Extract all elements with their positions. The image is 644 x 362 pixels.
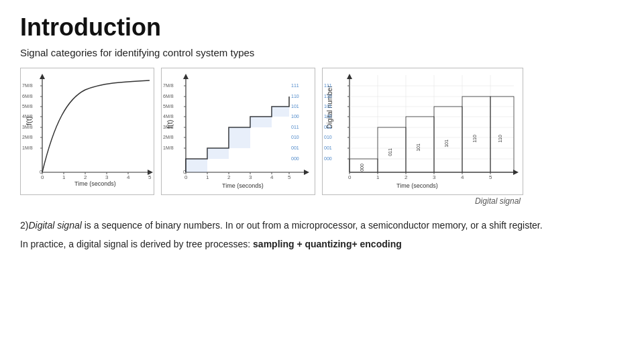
chart3: Digital number Time (seconds) 111 110 10… [322, 68, 523, 195]
svg-rect-74 [186, 159, 207, 172]
svg-text:5M/8: 5M/8 [22, 104, 33, 109]
svg-text:Time (seconds): Time (seconds) [222, 182, 264, 189]
svg-text:3M/8: 3M/8 [163, 125, 174, 129]
svg-text:5M/8: 5M/8 [163, 104, 174, 109]
para1-number: 2) [20, 220, 28, 231]
charts-row: f(t) Time (seconds) 7M/8 6M/8 5M/8 4M/8 … [20, 68, 624, 206]
svg-text:0: 0 [184, 174, 188, 180]
svg-text:Time (seconds): Time (seconds) [396, 182, 438, 189]
svg-text:000: 000 [360, 164, 364, 172]
svg-text:6M/8: 6M/8 [22, 94, 33, 99]
svg-text:011: 011 [291, 125, 299, 129]
svg-text:101: 101 [416, 143, 421, 152]
svg-rect-78 [272, 107, 289, 117]
svg-text:3: 3 [433, 174, 436, 180]
svg-text:2: 2 [405, 174, 408, 180]
svg-text:7M/8: 7M/8 [22, 83, 33, 88]
svg-text:1: 1 [376, 174, 380, 180]
svg-text:4: 4 [461, 174, 464, 180]
chart2-container: f(t) Time (seconds) 7M/8 6M/8 5M/8 4M/8 … [161, 68, 315, 195]
svg-text:2: 2 [84, 174, 87, 180]
svg-rect-133 [434, 107, 462, 172]
digital-signal-label: Digital signal [322, 196, 521, 206]
svg-rect-77 [250, 117, 272, 127]
svg-text:101: 101 [291, 104, 299, 109]
svg-text:110: 110 [324, 94, 332, 99]
svg-marker-35 [183, 74, 189, 79]
svg-rect-75 [207, 148, 229, 159]
svg-text:4M/8: 4M/8 [163, 114, 174, 119]
svg-text:110: 110 [291, 94, 299, 99]
svg-text:5: 5 [148, 174, 152, 180]
chart1-container: f(t) Time (seconds) 7M/8 6M/8 5M/8 4M/8 … [20, 68, 154, 195]
para1-rest: is a sequence of binary numbers. In or o… [82, 220, 543, 231]
para2-bold: sampling + quantizing+ encoding [253, 239, 402, 249]
svg-text:Time (seconds): Time (seconds) [74, 180, 116, 187]
svg-text:110: 110 [472, 135, 477, 143]
svg-text:0: 0 [348, 174, 352, 180]
page-title: Introduction [20, 13, 624, 42]
chart1: f(t) Time (seconds) 7M/8 6M/8 5M/8 4M/8 … [20, 68, 154, 195]
svg-text:7M/8: 7M/8 [163, 83, 174, 88]
chart2: f(t) Time (seconds) 7M/8 6M/8 5M/8 4M/8 … [161, 68, 315, 195]
svg-text:3M/8: 3M/8 [22, 125, 33, 129]
svg-text:000: 000 [324, 156, 332, 161]
para2-prefix: In practice, a digital signal is derived… [20, 239, 253, 249]
chart3-container: Digital number Time (seconds) 111 110 10… [322, 68, 523, 206]
svg-text:010: 010 [324, 135, 332, 139]
svg-text:110: 110 [498, 135, 502, 143]
para1-italic: Digital signal [28, 220, 81, 231]
svg-text:111: 111 [324, 83, 332, 88]
svg-text:011: 011 [388, 148, 392, 156]
svg-text:0: 0 [41, 174, 44, 180]
svg-text:6M/8: 6M/8 [163, 94, 174, 99]
svg-text:2M/8: 2M/8 [163, 135, 174, 139]
svg-text:101: 101 [444, 139, 449, 147]
svg-text:4: 4 [127, 174, 130, 180]
svg-text:100: 100 [324, 114, 332, 119]
page: Introduction Signal categories for ident… [0, 0, 644, 362]
svg-text:001: 001 [324, 145, 332, 150]
svg-text:4M/8: 4M/8 [22, 114, 33, 119]
text-section: 2)Digital signal is a sequence of binary… [20, 218, 624, 252]
svg-text:1M/8: 1M/8 [22, 145, 33, 150]
svg-text:3: 3 [249, 174, 252, 180]
subtitle: Signal categories for identifying contro… [20, 47, 624, 58]
svg-text:101: 101 [324, 104, 332, 109]
svg-text:5: 5 [288, 174, 291, 180]
svg-text:000: 000 [291, 156, 299, 161]
svg-text:5: 5 [489, 174, 492, 180]
svg-text:100: 100 [291, 114, 299, 119]
svg-text:011: 011 [324, 125, 332, 129]
svg-text:2: 2 [227, 174, 231, 180]
svg-rect-76 [229, 127, 250, 148]
svg-rect-135 [462, 97, 490, 172]
svg-text:001: 001 [291, 145, 299, 150]
svg-marker-82 [347, 74, 352, 79]
svg-text:010: 010 [291, 135, 299, 139]
svg-text:4: 4 [270, 174, 274, 180]
svg-marker-2 [40, 74, 45, 79]
svg-text:3: 3 [105, 174, 109, 180]
svg-rect-137 [490, 97, 514, 172]
svg-text:1: 1 [62, 174, 66, 180]
svg-text:111: 111 [291, 83, 299, 88]
svg-text:1: 1 [206, 174, 209, 180]
paragraph1: 2)Digital signal is a sequence of binary… [20, 218, 624, 233]
paragraph2: In practice, a digital signal is derived… [20, 237, 624, 251]
svg-text:1M/8: 1M/8 [163, 145, 174, 150]
svg-marker-36 [304, 170, 309, 175]
svg-text:2M/8: 2M/8 [22, 135, 33, 139]
